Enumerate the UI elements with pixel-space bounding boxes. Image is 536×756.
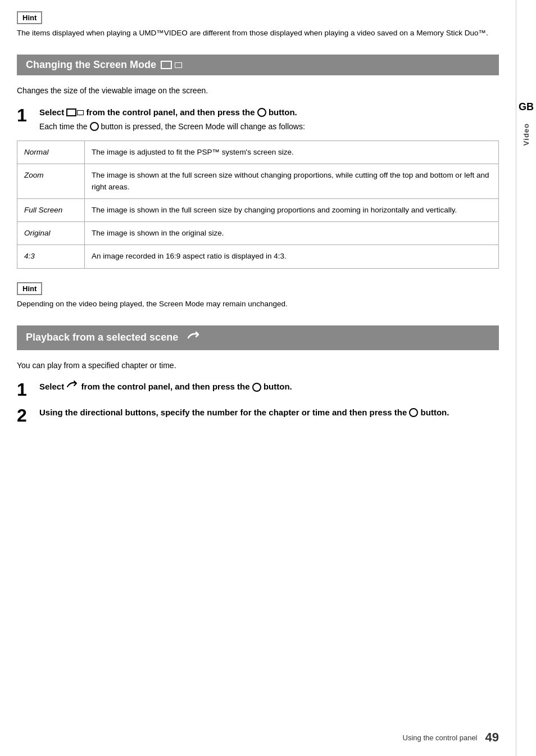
table-cell-mode: Normal [17, 141, 85, 164]
section2-step2-end: button. [421, 408, 449, 417]
playback-arrow-icon [186, 330, 202, 346]
section2-step1-mid: from the control panel, and then press t… [81, 382, 252, 392]
circle-button-icon-4 [409, 408, 418, 417]
section2-step2-pre: Using the directional buttons, specify t… [39, 408, 409, 417]
table-cell-description: The image is adjusted to fit the PSP™ sy… [85, 141, 499, 164]
section2-step1-content: Select from the control panel, and then … [39, 381, 292, 395]
section2-step2-content: Using the directional buttons, specify t… [39, 406, 449, 419]
table-cell-description: An image recorded in 16:9 aspect ratio i… [85, 245, 499, 268]
table-cell-description: The image is shown at the full screen si… [85, 164, 499, 199]
section2-title: Playback from a selected scene [26, 332, 178, 343]
table-cell-description: The image is shown in the full screen si… [85, 198, 499, 221]
section2-step1: 1 Select from the control panel, and the… [17, 381, 499, 399]
video-label: Video [522, 123, 530, 146]
section1-step1: 1 Select from the control panel, and the… [17, 106, 499, 133]
page-number: 49 [485, 730, 499, 745]
section2-step1-end: button. [264, 382, 292, 392]
screen-mode-table: NormalThe image is adjusted to fit the P… [17, 141, 499, 269]
section1-title: Changing the Screen Mode [26, 59, 156, 71]
table-cell-mode: 4:3 [17, 245, 85, 268]
section2-step2: 2 Using the directional buttons, specify… [17, 406, 499, 424]
section2-step2-number: 2 [17, 406, 33, 424]
step1-bold-end: button. [269, 107, 297, 117]
table-row: Full ScreenThe image is shown in the ful… [17, 198, 499, 221]
table-row: 4:3An image recorded in 16:9 aspect rati… [17, 245, 499, 268]
circle-button-icon-3 [252, 383, 261, 392]
circle-button-icon-2 [90, 122, 99, 131]
step1-bold-pre: Select [39, 107, 66, 117]
section2-header: Playback from a selected scene [17, 325, 499, 350]
gb-label: GB [519, 101, 534, 113]
table-cell-mode: Zoom [17, 164, 85, 199]
footer-label: Using the control panel [403, 734, 478, 742]
screen-icon-large [161, 61, 172, 69]
hint-top-text: The items displayed when playing a UMD™V… [17, 28, 499, 39]
table-cell-description: The image is shown in the original size. [85, 222, 499, 245]
section2-step1-number: 1 [17, 381, 33, 399]
table-row: OriginalThe image is shown in the origin… [17, 222, 499, 245]
step1-number: 1 [17, 106, 33, 124]
section1-header: Changing the Screen Mode [17, 55, 499, 75]
screen-mode-icon [161, 61, 182, 69]
side-tab: GB Video [516, 0, 536, 756]
section2-description: You can play from a specified chapter or… [17, 359, 499, 372]
screen-mode-icon-inline-sm [77, 110, 84, 115]
table-cell-mode: Original [17, 222, 85, 245]
section2-step1-pre: Select [39, 382, 66, 392]
table-row: NormalThe image is adjusted to fit the P… [17, 141, 499, 164]
section1-description: Changes the size of the viewable image o… [17, 84, 499, 97]
hint-top-label: Hint [17, 11, 42, 24]
circle-button-icon-1 [257, 108, 266, 117]
screen-icon-small [175, 62, 182, 68]
hint-top-section: Hint The items displayed when playing a … [17, 11, 499, 39]
step1-bold-post: from the control panel, and then press t… [87, 107, 257, 117]
table-row: ZoomThe image is shown at the full scree… [17, 164, 499, 199]
playback-arrow-inline [66, 380, 79, 394]
hint-bottom-text: Depending on the video being played, the… [17, 298, 499, 310]
hint-bottom-section: Hint Depending on the video being played… [17, 282, 499, 310]
page-footer: Using the control panel 49 [403, 730, 499, 745]
hint-bottom-label: Hint [17, 282, 42, 295]
table-cell-mode: Full Screen [17, 198, 85, 221]
step1-sub-text: Each time the button is pressed, the Scr… [39, 121, 305, 133]
screen-mode-icon-inline [66, 108, 76, 116]
step1-content: Select from the control panel, and then … [39, 106, 305, 133]
